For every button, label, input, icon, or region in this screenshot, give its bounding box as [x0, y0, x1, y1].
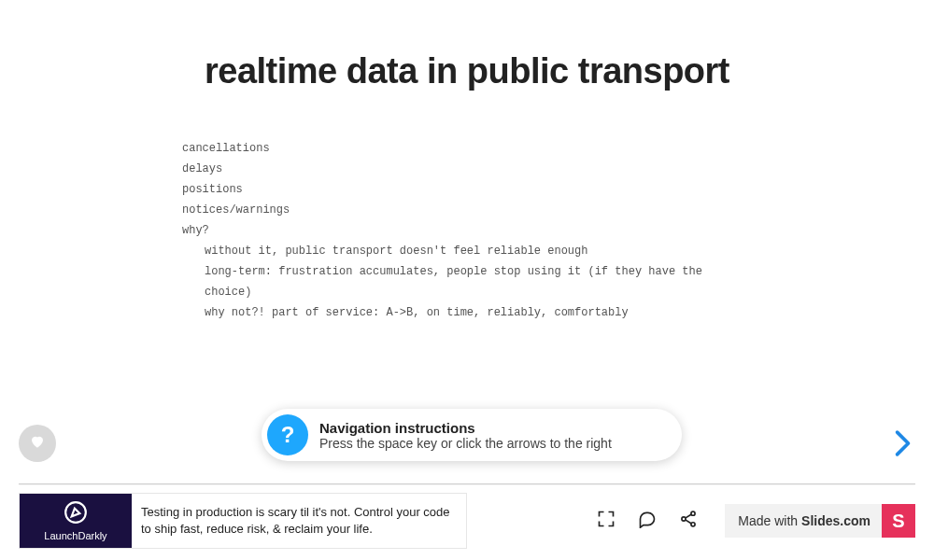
share-icon: [679, 510, 698, 532]
fullscreen-button[interactable]: [596, 511, 616, 531]
slide-subline: why not?! part of service: A->B, on time…: [182, 302, 752, 323]
slides-badge: S: [882, 504, 915, 538]
made-with-prefix: Made with: [738, 513, 798, 528]
slide-line: notices/warnings: [182, 200, 752, 220]
divider: [19, 483, 915, 484]
heart-icon: [29, 433, 46, 454]
navigation-tip-text: Navigation instructions Press the space …: [319, 420, 612, 451]
rocket-icon: [64, 500, 88, 528]
slide-line: positions: [182, 179, 752, 200]
sponsor-ad[interactable]: LaunchDarkly Testing in production is sc…: [19, 493, 467, 549]
slide-title: realtime data in public transport: [0, 51, 934, 91]
footer: LaunchDarkly Testing in production is sc…: [19, 493, 915, 549]
svg-point-0: [65, 502, 86, 523]
like-button[interactable]: [19, 425, 56, 462]
next-slide-button[interactable]: [893, 427, 913, 463]
navigation-tip: ? Navigation instructions Press the spac…: [262, 409, 682, 461]
sponsor-brand: LaunchDarkly: [44, 530, 106, 541]
slide-subline: long-term: frustration accumulates, peop…: [182, 261, 752, 302]
fullscreen-icon: [597, 510, 616, 532]
slide-line: why?: [182, 220, 752, 241]
comment-icon: [638, 510, 657, 532]
slide-line: cancellations: [182, 138, 752, 159]
made-with-brand: Slides.com: [801, 513, 870, 528]
sponsor-logo: LaunchDarkly: [20, 494, 132, 548]
navigation-tip-title: Navigation instructions: [319, 420, 612, 436]
sponsor-copy: Testing in production is scary til it's …: [132, 494, 466, 548]
share-button[interactable]: [678, 511, 699, 531]
help-icon: ?: [267, 414, 308, 455]
slide-line: delays: [182, 159, 752, 179]
navigation-tip-sub: Press the space key or click the arrows …: [319, 436, 612, 451]
help-icon-glyph: ?: [281, 422, 295, 448]
slide-subline: without it, public transport doesn't fee…: [182, 241, 752, 261]
comment-button[interactable]: [637, 511, 658, 531]
made-with-link[interactable]: Made with Slides.com S: [725, 504, 915, 538]
slide-body: cancellations delays positions notices/w…: [182, 138, 752, 323]
footer-actions: [596, 511, 699, 531]
chevron-right-icon: [893, 446, 913, 462]
